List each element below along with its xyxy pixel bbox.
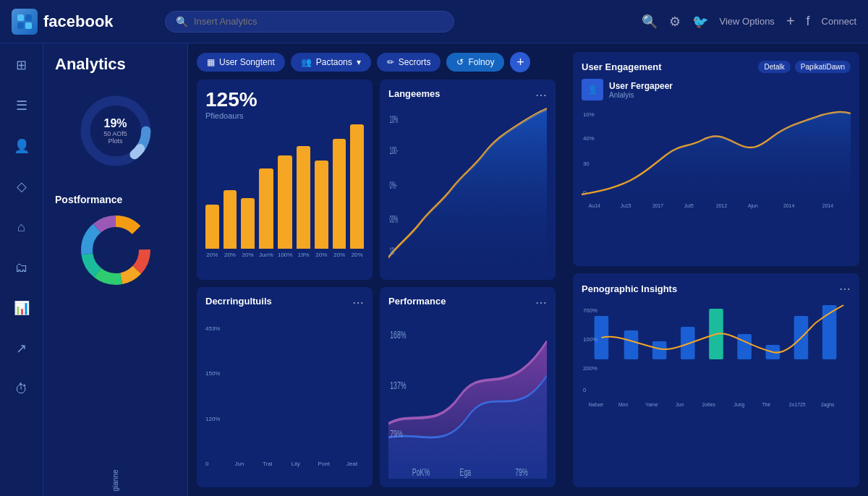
demo-svg: 700% 100% 200% 0 Nafuer Mon Yame Jun 2o6… <box>582 302 851 410</box>
svg-text:2014: 2014 <box>822 203 833 208</box>
main-bar-chart-card: 125% Pfiedoaurs 20% 20% 20% Jun% 100% 19… <box>197 80 373 280</box>
app-name: facebook <box>43 12 114 31</box>
ue-header: 👤 User Fergapeer Anlalyis <box>582 79 851 101</box>
sidebar-item-clock[interactable]: ⏱ <box>9 376 35 402</box>
donut-chart: 19% 50 AOf5 Plots <box>76 91 156 171</box>
ue-detail-btn[interactable]: Detalk <box>758 61 790 73</box>
langemes-title: Langeemes <box>388 88 441 99</box>
svg-text:Ajun: Ajun <box>748 203 758 209</box>
donut-sub2: Plots <box>103 137 127 145</box>
add-tab-button[interactable]: + <box>510 52 530 72</box>
main-chart-header: 125% Pfiedoaurs <box>205 88 364 120</box>
demo-chart-body: 700% 100% 200% 0 Nafuer Mon Yame Jun 2o6… <box>582 302 851 479</box>
right-panel: User Engagement Detalk PapikatiDawn 👤 Us… <box>564 43 868 496</box>
svg-text:2017: 2017 <box>652 203 663 208</box>
group-5: Jeat <box>340 314 364 467</box>
langemes-chart-card: Langeemes ⋯ 10% 100- <box>380 80 556 280</box>
bar-item: 20% <box>224 124 237 258</box>
svg-text:Jut5: Jut5 <box>684 203 694 208</box>
tab-pactaons[interactable]: 👥 Pactaons ▾ <box>291 53 371 72</box>
left-panel-title: Analytics <box>55 55 176 74</box>
tab-icon-2: 👥 <box>301 57 312 67</box>
search-input[interactable] <box>194 16 443 27</box>
langemes-svg: 10% 100- 0%- 00% 10 <box>388 106 547 271</box>
bar-item: 100% <box>278 124 292 258</box>
settings-icon[interactable]: ⚙ <box>669 14 681 30</box>
tab-secrorts[interactable]: ✏ Secrorts <box>377 53 441 72</box>
add-icon[interactable]: + <box>786 13 795 30</box>
svg-text:00%: 00% <box>389 213 398 225</box>
sidebar-item-files[interactable]: 🗂 <box>9 255 35 281</box>
demo-title: Penographic Insights <box>582 283 677 294</box>
sidebar-item-menu[interactable]: ☰ <box>9 93 35 119</box>
twitter-icon[interactable]: 🐦 <box>692 14 708 30</box>
donut-container: 19% 50 AOf5 Plots <box>55 91 176 171</box>
declining-title: Decrringultuils <box>205 296 272 307</box>
svg-text:Jun: Jun <box>676 402 684 407</box>
svg-text:30: 30 <box>583 161 590 167</box>
ue-breakdown-btn[interactable]: PapikatiDawn <box>795 61 851 73</box>
svg-rect-1 <box>25 14 32 21</box>
sidebar-item-share[interactable]: ↗ <box>9 335 35 362</box>
search-icon: 🔍 <box>176 16 188 27</box>
declining-menu[interactable]: ⋯ <box>352 296 364 309</box>
svg-rect-40 <box>652 341 667 359</box>
search-nav-icon[interactable]: 🔍 <box>642 14 658 30</box>
svg-text:100-: 100- <box>389 145 398 156</box>
topnav: facebook 🔍 🔍 ⚙ 🐦 View Options + f Connec… <box>0 0 868 43</box>
tab-icon-4: ↺ <box>456 57 464 67</box>
performance-menu[interactable]: ⋯ <box>535 296 547 309</box>
donut-percentage: 19% <box>103 117 127 130</box>
dropdown-arrow: ▾ <box>357 57 361 67</box>
ue-card-title: User Engagement <box>582 61 662 72</box>
svg-text:40%: 40% <box>583 135 595 142</box>
performance-title: Performance <box>388 296 446 307</box>
ue-chart-body: 10% 40% 30 0 Au14 Ju15 2017 Jut5 2012 Aj… <box>582 108 851 257</box>
langemes-body: 10% 100- 0%- 00% 10 <box>388 106 547 271</box>
ue-info: User Fergapeer Anlalyis <box>609 81 673 99</box>
tab-folnoy[interactable]: ↺ Folnoy <box>446 53 504 72</box>
bar-item: 20% <box>241 124 255 258</box>
svg-text:2012: 2012 <box>716 203 727 208</box>
bar-item: 20% <box>315 124 328 258</box>
performance-donut <box>55 214 176 286</box>
svg-rect-0 <box>17 14 24 21</box>
svg-text:168%: 168% <box>390 329 406 341</box>
tab-label-3: Secrorts <box>399 57 431 67</box>
main-chart-value: 125% <box>205 88 258 111</box>
langemes-menu[interactable]: ⋯ <box>535 88 547 102</box>
tab-label-2: Pactaons <box>316 57 352 67</box>
performance-section: Postformance <box>55 194 176 286</box>
connect-text[interactable]: Connect <box>822 16 856 27</box>
tab-user-songtent[interactable]: ▦ User Songtent <box>197 53 285 72</box>
search-bar[interactable]: 🔍 <box>165 11 454 33</box>
svg-text:0%-: 0%- <box>389 179 396 191</box>
sidebar: ⊞ ☰ 👤 ◇ ⌂ 🗂 📊 ↗ ⏱ <box>0 43 43 496</box>
svg-text:100%: 100% <box>583 336 597 343</box>
performance-svg: 168% 137% 79% PoK% Ega 79% <box>388 314 547 479</box>
tab-icon-3: ✏ <box>387 57 394 67</box>
view-options[interactable]: View Options <box>720 16 775 27</box>
svg-text:2014: 2014 <box>783 203 794 208</box>
svg-text:Jurig: Jurig <box>733 402 744 408</box>
svg-text:10: 10 <box>389 245 393 257</box>
main-chart-subtitle: Pfiedoaurs <box>205 111 258 120</box>
group-2: Tral <box>255 314 279 467</box>
svg-text:Mon: Mon <box>618 402 628 407</box>
sidebar-item-profile[interactable]: 👤 <box>9 133 35 159</box>
svg-text:Thir: Thir <box>762 402 771 407</box>
svg-text:Yame: Yame <box>645 402 658 407</box>
group-3: Lily <box>284 314 307 467</box>
sidebar-item-house[interactable]: ⌂ <box>9 214 35 240</box>
main-chart-body: 20% 20% 20% Jun% 100% 19% 20% 20% 20% <box>205 124 364 271</box>
bar-item: 20% <box>350 124 364 258</box>
sidebar-item-home[interactable]: ⊞ <box>9 52 35 78</box>
svg-text:79%: 79% <box>390 428 403 440</box>
sidebar-item-diamond[interactable]: ◇ <box>9 174 35 200</box>
facebook-icon[interactable]: f <box>807 14 810 29</box>
svg-text:700%: 700% <box>583 307 597 314</box>
sidebar-item-charts[interactable]: 📊 <box>9 295 35 321</box>
demo-menu[interactable]: ⋯ <box>839 282 851 296</box>
ue-avatar: 👤 <box>582 79 603 101</box>
demographic-card: Penographic Insights ⋯ 700% <box>573 273 859 487</box>
